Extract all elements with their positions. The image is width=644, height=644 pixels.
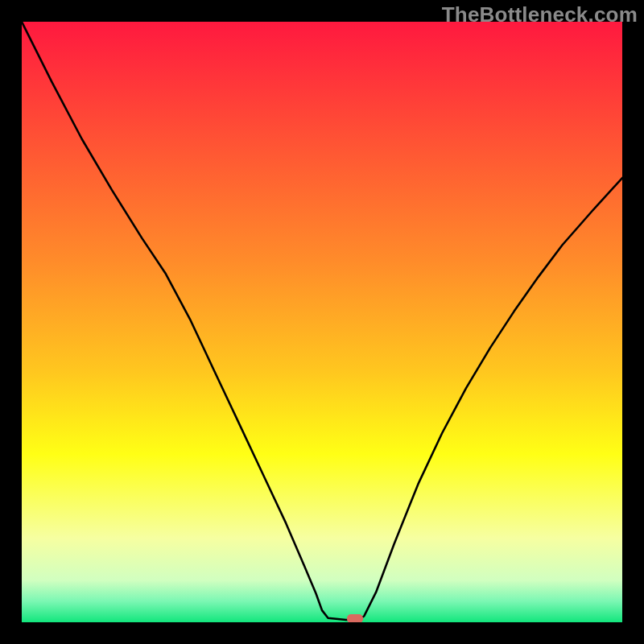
chart-frame: TheBottleneck.com <box>0 0 644 644</box>
plot-canvas <box>22 22 622 622</box>
optimum-marker <box>347 614 363 622</box>
plot-background <box>22 22 622 622</box>
watermark-text: TheBottleneck.com <box>442 2 638 27</box>
